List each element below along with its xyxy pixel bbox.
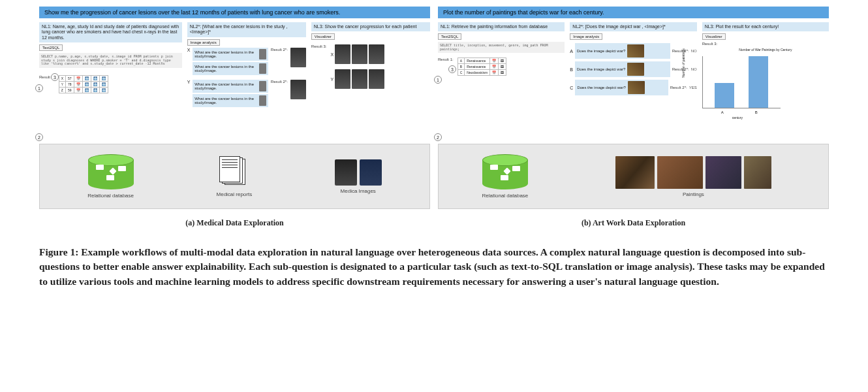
result3-label: Result 3: [311,44,327,89]
nl1-label: NL1: Name, age, study Id and study date … [39,22,182,42]
panel-a-header: Show me the progression of cancer lesion… [39,7,430,18]
result1-table: X57📅🩻🩻🩻 Y78📅🩻🩻🩻 Z59📅🩻🩻🩻 [59,75,108,93]
figure-caption: Figure 1: Example workflows of multi-mod… [39,245,829,289]
xray-icon [352,69,367,89]
panel-a-col1: NL1: Name, age, study Id and study date … [39,22,182,140]
images-source: Medica Images [335,159,382,194]
xray-icon [369,44,384,64]
nl2-label: NL2*: [What are the cancer lesions in th… [187,22,306,37]
panel-b-subcaption: (b) Art Work Data Exploration [438,218,829,228]
db-label-b: Relational database [482,193,529,199]
image-analysis-tag: Image analysis [187,39,220,46]
img-q-x2: What are the cancer lesions in the study… [193,62,268,75]
bar-a [715,83,734,108]
chart-title: Number of War Paintings by Century [702,48,829,52]
step-2: 2 [35,133,43,141]
paintings-icon [602,156,784,189]
xray-icon [335,44,350,64]
docs-label: Medical reports [217,191,253,197]
db-source: Relational database [87,154,134,199]
xray-thumb-icon [259,63,266,74]
diagrams-row: Show me the progression of cancer lesion… [39,7,829,228]
docs-source: Medical reports [217,156,253,197]
text2sql-tag-b: Text2SQL [438,33,461,40]
xray-thumb-icon [259,49,266,59]
panel-a-col3: NL3: Show the cancer progression for eac… [311,22,430,140]
xray-result-icon [290,48,306,67]
step-3-b: 3 [448,65,456,73]
nl3-label: NL3: Show the cancer progression for eac… [311,22,430,31]
xray-icon [352,44,367,64]
result3-label-b: Result 3: [702,42,829,46]
step-1: 1 [35,84,43,92]
images-label: Medica Images [341,188,376,194]
result2-label: Result 2*: [271,48,288,75]
painting-thumb-icon [627,63,644,76]
xray-icon [335,69,350,89]
img-q-x1: What are the cancer lesions in the study… [193,48,268,61]
img-q-c: Does the image depict war? [575,80,668,95]
bar-chart: A B century Number of paintings [702,56,781,108]
answer-no: NO [691,67,697,71]
nl3-label-b: NL3: Plot the result for each century! [702,22,829,31]
nl2-label-b: NL2*: [Does the image depict war , <Imag… [570,22,696,31]
img-q-y1: What are the cancer lesions in the study… [193,80,268,93]
xray-thumb-icon [259,95,266,106]
database-icon [482,154,528,190]
visualizer-tag: Visualizer [311,33,335,40]
paintings-source: Paintings [602,156,784,197]
img-q-a: Does the image depict war? [575,43,670,59]
result1-table-b: ARenaissance📅🖼 BRenaissance📅🖼 CNeoclassi… [457,57,507,76]
panel-b-col3: NL3: Plot the result for each century! V… [702,22,829,140]
answer-yes: YES [689,86,697,90]
panel-b-workflow: NL1: Retrieve the painting information f… [438,22,829,140]
panel-b-col1: NL1: Retrieve the painting information f… [438,22,565,140]
sql-query: SELECT p.name, p.age, s.study_date, s.im… [39,53,182,68]
painting-thumb-icon [627,44,644,57]
img-q-b: Does the image depict war? [575,61,670,77]
xray-thumb-icon [259,81,266,91]
panel-b-col2: NL2*: [Does the image depict war , <Imag… [570,22,696,140]
db-source-b: Relational database [482,154,529,199]
panel-a-sources: Relational database Medical reports [39,144,430,209]
nl1-label-b: NL1: Retrieve the painting information f… [438,22,565,31]
panel-a-subcaption: (a) Medical Data Exploration [39,218,430,228]
result2-label-y: Result 2*: [271,80,288,107]
bar-b [749,56,768,108]
db-label: Relational database [87,193,134,199]
panel-b-header: Plot the number of paintings that depict… [438,7,829,18]
step-3: 3 [51,73,59,81]
panel-a-workflow: NL1: Name, age, study Id and study date … [39,22,430,140]
answer-no: NO [691,49,697,53]
step-1-b: 1 [434,76,442,84]
documents-icon [218,156,251,189]
paintings-label: Paintings [683,191,704,197]
panel-b-sources: Relational database Paintings [438,144,829,209]
medical-images-icon [335,159,382,186]
img-q-y2: What are the cancer lesions in the study… [193,94,268,107]
step-2-b: 2 [434,133,442,141]
xray-result-icon [290,80,306,99]
panel-b: Plot the number of paintings that depict… [438,7,829,228]
panel-a-col2: NL2*: [What are the cancer lesions in th… [187,22,306,140]
text2sql-tag: Text2SQL [39,44,63,51]
database-icon [88,154,134,190]
painting-thumb-icon [628,81,645,94]
panel-a: Show me the progression of cancer lesion… [39,7,430,228]
xray-icon [369,69,384,89]
visualizer-tag-b: Visualizer [702,33,726,40]
sql-query-b: SELECT title, inception, movement, genre… [438,42,565,53]
image-analysis-tag-b: Image analysis [570,33,602,40]
